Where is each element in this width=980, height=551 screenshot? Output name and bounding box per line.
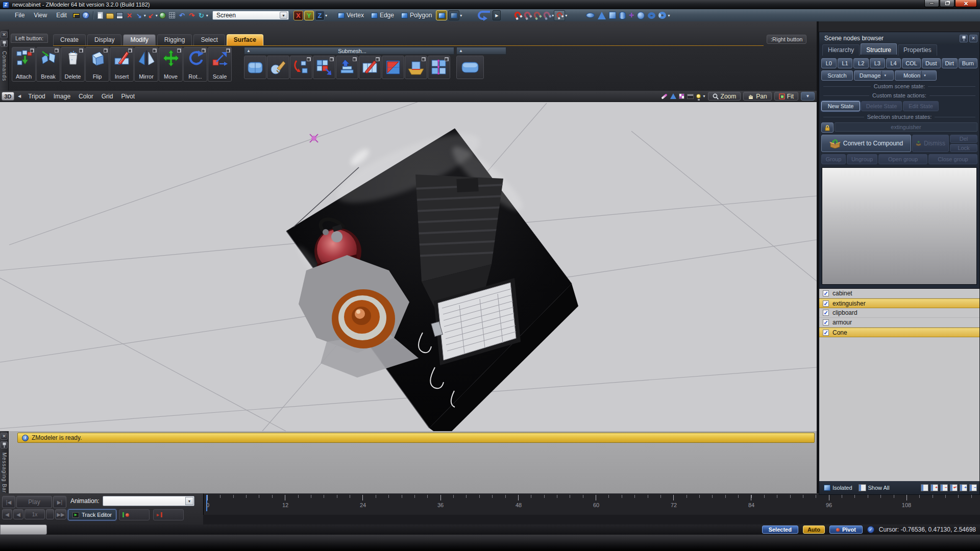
import-node-icon[interactable]: ↵ [950,484,958,491]
collapse-list-icon[interactable]: − [969,484,977,491]
primitive-disc-icon[interactable] [586,13,595,18]
redo-button[interactable]: ↷ [187,11,197,20]
tool-options-icon[interactable] [79,48,83,53]
next-group-header[interactable]: ▲ [456,47,506,55]
snap-axis-magnet-icon[interactable] [542,11,552,20]
state-motion-button[interactable]: Motion ▾ [895,70,937,81]
attach-tool-button[interactable]: Attach [12,47,36,82]
menu-file[interactable]: File [10,11,29,20]
element-mode-button[interactable] [448,10,459,20]
tool-options-icon[interactable] [104,48,108,53]
primitive-helper-icon[interactable]: ✛ [629,12,634,19]
help-button[interactable]: ? [81,11,91,20]
cone-display-icon[interactable] [670,93,676,99]
pivot-mode-button[interactable]: Pivot [829,525,863,534]
primitive-tube-icon[interactable] [658,12,666,19]
snap-settings-button[interactable] [554,10,565,21]
tab-structure[interactable]: Structure [861,43,897,55]
lod-l4-button[interactable]: L4 [886,58,901,68]
remove-node-icon[interactable]: − [940,484,948,491]
collapse-left-icon[interactable]: ◀ [18,94,21,98]
object-mode-button[interactable] [436,10,447,20]
node-row-extinguisher[interactable]: ✓ extinguisher [819,298,979,308]
primitive-cone-icon[interactable] [598,12,606,19]
tool-options-icon[interactable] [330,57,334,61]
record-keyframe-button[interactable] [119,509,150,520]
import-button[interactable]: ↙ [146,11,156,20]
primitive-sphere-icon[interactable] [637,12,645,19]
primitive-torus-icon[interactable] [648,12,655,19]
transform-space-select[interactable]: Screen ▼ [212,11,289,20]
animation-select[interactable]: ▼ [103,496,194,506]
submesh-cut-button[interactable] [359,56,381,79]
primitive-cube-icon[interactable] [609,12,616,19]
menu-view[interactable]: View [29,11,52,20]
tool-options-icon[interactable] [226,48,230,53]
primitives-dropdown[interactable]: ▾ [668,13,670,18]
selected-mode-button[interactable]: Selected [762,525,798,534]
show-all-button[interactable]: Show All [856,483,892,492]
auto-mode-button[interactable]: Auto [803,525,825,534]
go-to-start-button[interactable]: |◀ [2,496,15,508]
scale-tool-button[interactable]: Scale [208,47,232,82]
viewport-menu-image[interactable]: Image [50,92,75,101]
refresh-button[interactable]: ↻ [197,11,206,20]
dismiss-button[interactable]: Dismiss [912,135,949,152]
axis-z-button[interactable]: Z [315,11,325,20]
snap-grid-magnet-icon[interactable] [532,11,542,20]
axis-y-button[interactable]: Y [304,11,314,20]
close-panel-button[interactable]: ✕ [1,433,8,440]
motion-dropdown-icon[interactable]: ▾ [921,71,928,80]
state-dirt-button[interactable]: Dirt [942,58,958,68]
node-row-cone[interactable]: ✓ Cone [819,328,979,337]
tool-options-icon[interactable] [153,48,157,53]
animation-clapper-icon[interactable] [687,94,694,99]
minimize-button[interactable] [924,0,939,7]
tool-options-icon[interactable] [202,48,206,53]
submesh-paint-button[interactable] [267,56,289,79]
open-file-button[interactable] [105,11,115,20]
visibility-checkbox[interactable]: ✓ [823,290,829,296]
revert-arrow-icon[interactable] [476,10,492,21]
lighting-bulb-icon[interactable] [696,94,701,98]
pin-panel-button[interactable] [960,35,968,42]
lod-col-button[interactable]: COL [902,58,921,68]
ungroup-button[interactable]: Ungroup [847,154,877,164]
group-tool-button[interactable] [456,56,484,79]
selected-state-field[interactable]: extinguisher [835,122,977,132]
tool-options-icon[interactable] [376,57,380,61]
uv-mapper-button[interactable] [167,11,177,20]
viewport-menu-tripod[interactable]: Tripod [24,92,50,101]
timeline-track-area[interactable] [203,515,980,524]
node-row-armour[interactable]: ✓ armour [819,318,979,328]
delete-file-button[interactable]: ✕ [125,11,134,20]
snap-edge-magnet-icon[interactable] [523,11,532,20]
confirm-check-icon[interactable]: ✓ [867,526,874,533]
state-burn-button[interactable]: Burn [959,58,977,68]
timeline-scrollbar[interactable] [0,524,47,535]
collapse-group-icon[interactable]: ▲ [247,48,251,53]
break-tool-button[interactable]: Break [36,47,60,82]
undo-button[interactable]: ↶ [177,11,187,20]
collapse-group-icon[interactable]: ▲ [459,48,463,53]
tool-options-icon[interactable] [422,57,426,61]
insert-tool-button[interactable]: Insert [110,47,134,82]
move-tool-button[interactable]: Move [159,47,183,82]
isolated-button[interactable]: Isolated [822,484,854,492]
tool-options-icon[interactable] [55,48,59,53]
mirror-tool-button[interactable]: Mirror [134,47,158,82]
export-button[interactable]: ↘ [134,11,144,20]
submesh-smooth-button[interactable] [244,56,266,79]
tab-create[interactable]: Create [53,34,86,45]
fit-button[interactable]: Fit [774,92,798,101]
lock-button[interactable]: Lock [950,144,977,152]
pin-panel-button[interactable] [1,441,8,448]
tool-options-icon[interactable] [307,57,311,61]
tab-select[interactable]: Select [193,34,225,45]
lod-l1-button[interactable]: L1 [838,58,853,68]
del-button[interactable]: Del [950,135,977,143]
stop-button[interactable] [46,509,54,519]
convert-to-compound-button[interactable]: Convert to Compound [821,135,911,152]
play-button[interactable]: Play [16,496,52,508]
close-button[interactable]: ✕ [955,0,977,7]
